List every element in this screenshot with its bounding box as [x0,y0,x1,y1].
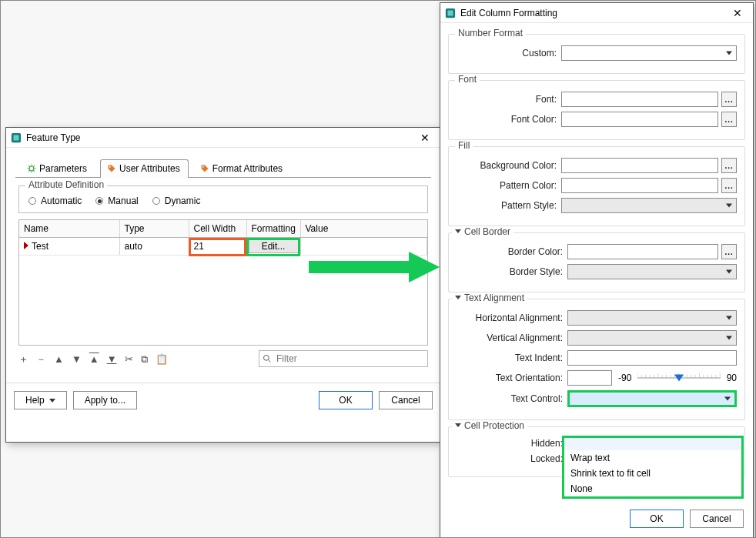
radio-manual[interactable]: Manual [95,195,138,206]
app-icon [445,8,456,18]
tab-user-attributes[interactable]: User Attributes [100,159,189,178]
tab-format-attributes[interactable]: Format Attributes [193,159,291,178]
add-button[interactable]: ＋ [18,354,28,364]
filter-input[interactable] [275,353,424,365]
close-icon[interactable]: ✕ [414,132,436,144]
dropdown-highlight[interactable] [564,438,741,450]
dropdown-item-none[interactable]: None [564,481,741,496]
section-text-alignment-title-text: Text Alignment [464,292,524,303]
row-marker-icon [24,242,28,249]
font-color-picker-button[interactable]: ... [721,112,737,127]
background-color-label: Background Color: [457,160,557,171]
move-up-button[interactable]: ▲ [54,354,64,364]
text-control-label: Text Control: [463,393,563,404]
font-picker-button[interactable]: ... [721,92,737,107]
cell-name[interactable]: Test [32,241,49,252]
svg-line-6 [269,360,271,363]
radio-automatic-label: Automatic [41,195,82,206]
font-color-label: Font Color: [457,114,557,125]
text-control-dropdown[interactable]: Wrap text Shrink text to fit cell None [562,436,744,499]
border-color-label: Border Color: [463,246,563,257]
annotation-arrow [309,252,440,282]
ecf-cancel-button[interactable]: Cancel [690,510,744,528]
hidden-label: Hidden: [463,438,563,449]
gear-icon [27,164,36,173]
section-cell-border-title[interactable]: Cell Border [452,226,513,237]
help-button[interactable]: Help [14,391,67,409]
section-font: Font Font: ... Font Color: ... [448,80,745,140]
paste-button[interactable]: 📋 [156,354,168,364]
attribute-table[interactable]: Name Type Cell Width Formatting Value Te… [18,219,428,346]
border-color-picker-button[interactable]: ... [721,244,737,259]
pattern-color-picker-button[interactable]: ... [721,178,737,193]
section-text-alignment-title[interactable]: Text Alignment [452,292,527,303]
slider-handle[interactable] [674,375,684,382]
pattern-style-combo[interactable] [561,198,737,213]
ecf-ok-button[interactable]: OK [630,510,684,528]
section-cell-protection-title[interactable]: Cell Protection [452,420,527,431]
svg-point-5 [264,356,269,361]
horizontal-alignment-combo[interactable] [567,310,737,326]
cancel-button[interactable]: Cancel [379,391,433,409]
font-color-input[interactable] [561,112,718,127]
tab-format-attributes-label: Format Attributes [212,163,283,174]
radio-dynamic-label: Dynamic [165,195,201,206]
app-icon [11,132,22,143]
font-input[interactable] [561,92,718,107]
pattern-color-input[interactable] [561,178,718,193]
text-orientation-input[interactable] [567,370,612,386]
move-bottom-button[interactable]: ▼ [107,354,117,364]
section-text-alignment: Text Alignment Horizontal Alignment: Ver… [448,299,745,420]
tabstrip: Parameters User Attributes Format Attrib… [15,159,431,178]
col-cell-width[interactable]: Cell Width [189,220,246,238]
move-down-button[interactable]: ▼ [72,354,82,364]
text-indent-input[interactable] [567,350,737,366]
dropdown-item-wrap-text[interactable]: Wrap text [564,450,741,466]
close-icon[interactable]: ✕ [727,7,748,19]
section-cell-border: Cell Border Border Color: ... Border Sty… [448,232,745,292]
vertical-alignment-combo[interactable] [567,330,737,346]
tag-icon [200,164,209,173]
filter-box[interactable] [259,350,428,367]
dropdown-item-shrink[interactable]: Shrink text to fit cell [564,466,741,481]
ecf-body: Number Format Custom: Font Font: ... Fon… [440,23,753,490]
section-cell-border-title-text: Cell Border [464,226,510,237]
radio-dynamic[interactable]: Dynamic [152,195,201,206]
text-control-combo[interactable] [567,390,737,407]
custom-combo[interactable] [561,45,737,61]
copy-button[interactable]: ⧉ [141,354,148,364]
edit-column-formatting-dialog: Edit Column Formatting ✕ Number Format C… [440,2,754,538]
cut-button[interactable]: ✂ [125,354,133,364]
move-top-button[interactable]: ▲ [89,354,99,364]
text-orientation-slider[interactable] [637,370,720,386]
search-icon [263,354,272,363]
background-color-picker-button[interactable]: ... [721,158,737,173]
orientation-max: 90 [727,373,737,383]
orientation-min: -90 [618,373,631,383]
apply-to-button[interactable]: Apply to... [73,391,137,409]
background-color-input[interactable] [561,158,718,173]
col-value[interactable]: Value [300,220,427,238]
cell-type[interactable]: auto [119,238,189,256]
attribute-definition-legend: Attribute Definition [25,179,107,190]
svg-point-3 [109,166,111,168]
remove-button[interactable]: － [36,354,46,364]
svg-rect-1 [14,135,19,140]
section-number-format: Number Format Custom: [448,34,745,74]
col-name[interactable]: Name [19,220,119,238]
col-type[interactable]: Type [119,220,189,238]
col-formatting[interactable]: Formatting [246,220,300,238]
feature-type-dialog: Feature Type ✕ Parameters User Attribute… [5,127,441,443]
custom-label: Custom: [457,48,557,58]
horizontal-alignment-label: Horizontal Alignment: [463,312,563,323]
cell-formatting-edit-button[interactable]: Edit... [249,239,299,253]
cell-cell-width[interactable]: 21 [189,238,246,256]
section-number-format-title: Number Format [455,28,526,38]
border-color-input[interactable] [567,244,718,259]
ok-button[interactable]: OK [319,391,373,409]
svg-point-4 [202,166,204,168]
radio-automatic[interactable]: Automatic [28,195,82,206]
border-style-combo[interactable] [567,264,737,279]
tab-parameters[interactable]: Parameters [20,159,95,178]
ecf-titlebar: Edit Column Formatting ✕ [440,3,753,23]
